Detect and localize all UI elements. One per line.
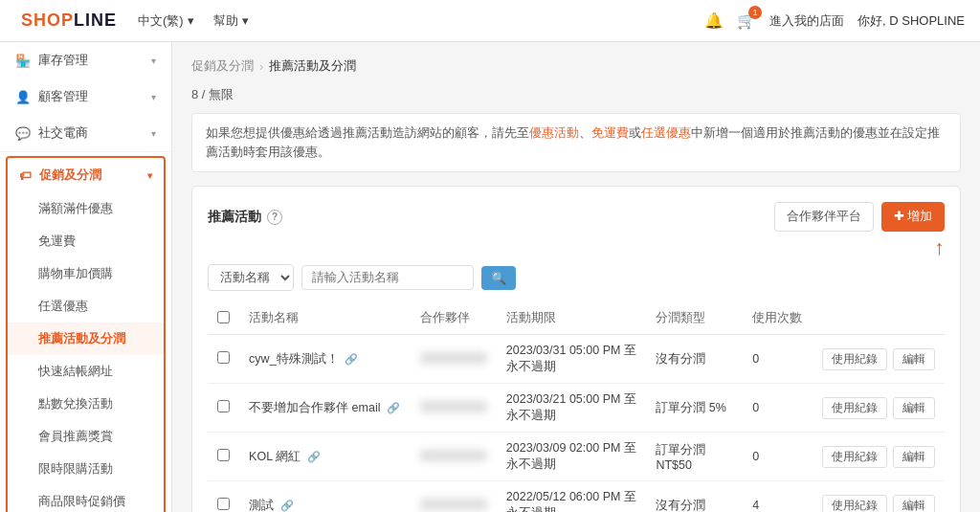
col-partner: 合作夥伴	[411, 302, 497, 335]
sidebar: 🏪 庫存管理 ▾ 👤 顧客管理 ▾ 💬 社交電商 ▾ 🏷 促銷及分潤 ▾	[0, 42, 172, 512]
col-period: 活動期限	[497, 302, 647, 335]
sidebar-item-full-discount[interactable]: 滿額滿件優惠	[8, 192, 164, 225]
table-wrap: 活動名稱 合作夥伴 活動期限 分潤類型 使用次數 cyw_特殊測試！ 🔗	[208, 302, 945, 512]
cell-partner-3	[411, 481, 497, 513]
table-row: 測試 🔗 2022/05/12 06:00 PM 至永不過期 沒有分潤 4 使用…	[208, 481, 945, 513]
row-checkbox-0[interactable]	[217, 351, 230, 364]
sidebar-item-limited-time[interactable]: 限時限購活動	[8, 453, 164, 485]
partner-platform-button[interactable]: 合作夥伴平台	[774, 202, 874, 232]
search-button[interactable]: 🔍	[481, 266, 516, 290]
usage-record-btn-3[interactable]: 使用紀錄	[822, 495, 887, 513]
inventory-icon: 🏪	[15, 54, 31, 68]
table-row: cyw_特殊測試！ 🔗 2023/03/31 05:00 PM 至永不過期 沒有…	[208, 335, 945, 384]
breadcrumb-parent[interactable]: 促銷及分潤	[191, 57, 254, 75]
notice-link-shipping[interactable]: 免運費	[591, 126, 629, 140]
cell-name-1: 不要增加合作夥伴 email 🔗	[239, 384, 410, 433]
cell-period-2: 2023/03/09 02:00 PM 至永不過期	[497, 433, 647, 481]
cell-partner-0	[411, 335, 497, 384]
sidebar-item-cart-upsell[interactable]: 購物車加價購	[8, 257, 164, 290]
cell-type-2: 訂單分潤NT$50	[646, 433, 743, 481]
sidebar-promotions-group: 🏷 促銷及分潤 ▾ 滿額滿件優惠 免運費 購物車加價購 任選優惠 推薦活動及分潤…	[6, 156, 166, 512]
cell-partner-2	[411, 433, 497, 481]
sidebar-item-any-discount[interactable]: 任選優惠	[8, 290, 164, 323]
notice-box: 如果您想提供優惠給透過推薦活動造訪網站的顧客，請先至優惠活動、免運費或任選優惠中…	[191, 113, 961, 172]
sidebar-promotions-header[interactable]: 🏷 促銷及分潤 ▾	[8, 158, 164, 192]
select-all-checkbox[interactable]	[217, 311, 230, 323]
sidebar-item-customers[interactable]: 👤 顧客管理 ▾	[0, 78, 171, 115]
cell-type-3: 沒有分潤	[646, 481, 743, 513]
help-menu[interactable]: 幫助 ▾	[213, 12, 249, 30]
topbar-nav: 中文(繁) ▾ 幫助 ▾	[138, 12, 249, 30]
card-actions: 合作夥伴平台 ✚ 增加	[774, 202, 945, 232]
row-checkbox-3[interactable]	[217, 498, 230, 510]
notice-link-any[interactable]: 任選優惠	[641, 126, 691, 140]
add-button[interactable]: ✚ 增加	[881, 202, 945, 232]
search-input[interactable]	[301, 265, 474, 290]
card-title: 推薦活動 ?	[208, 209, 282, 226]
sidebar-item-inventory[interactable]: 🏪 庫存管理 ▾	[0, 42, 171, 78]
help-icon[interactable]: ?	[267, 210, 282, 225]
cell-uses-3: 4	[743, 481, 812, 513]
content-area: 促銷及分潤 › 推薦活動及分潤 8 / 無限 如果您想提供優惠給透過推薦活動造訪…	[172, 42, 980, 512]
plus-icon: ✚	[894, 210, 907, 223]
notice-link-coupon[interactable]: 優惠活動	[529, 126, 579, 140]
cart-button[interactable]: 🛒 1	[737, 11, 756, 30]
usage-record-btn-2[interactable]: 使用紀錄	[822, 446, 887, 468]
sidebar-item-social[interactable]: 💬 社交電商 ▾	[0, 115, 171, 151]
chevron-down-icon: ▾	[242, 13, 249, 28]
usage-record-btn-1[interactable]: 使用紀錄	[822, 397, 887, 419]
cell-name-0: cyw_特殊測試！ 🔗	[239, 335, 410, 384]
edit-btn-1[interactable]: 編輯	[893, 397, 935, 419]
main-layout: 🏪 庫存管理 ▾ 👤 顧客管理 ▾ 💬 社交電商 ▾ 🏷 促銷及分潤 ▾	[0, 42, 980, 512]
bell-button[interactable]: 🔔	[704, 11, 724, 30]
tag-icon-0: 🔗	[345, 353, 358, 365]
filter-field-select[interactable]: 活動名稱	[208, 264, 294, 291]
usage-record-btn-0[interactable]: 使用紀錄	[822, 348, 887, 370]
topbar-left: SHOPLINE 中文(繁) ▾ 幫助 ▾	[15, 9, 249, 33]
sidebar-item-flash-sale[interactable]: 商品限時促銷價	[8, 485, 164, 512]
sidebar-item-checkout-url[interactable]: 快速結帳網址	[8, 355, 164, 388]
sidebar-section-inventory: 🏪 庫存管理 ▾ 👤 顧客管理 ▾ 💬 社交電商 ▾	[0, 42, 171, 152]
chevron-icon: ▾	[151, 56, 156, 66]
content-inner: 促銷及分潤 › 推薦活動及分潤 8 / 無限 如果您想提供優惠給透過推薦活動造訪…	[172, 42, 980, 512]
cell-type-0: 沒有分潤	[646, 335, 743, 384]
sidebar-item-member-reward[interactable]: 會員推薦獎賞	[8, 420, 164, 453]
chevron-icon: ▾	[147, 170, 152, 181]
sidebar-promotions-sub: 滿額滿件優惠 免運費 購物車加價購 任選優惠 推薦活動及分潤 快速結帳網址 點數…	[8, 192, 164, 512]
sidebar-item-free-shipping[interactable]: 免運費	[8, 225, 164, 257]
customers-icon: 👤	[15, 90, 31, 104]
cell-period-3: 2022/05/12 06:00 PM 至永不過期	[497, 481, 647, 513]
cart-badge: 1	[748, 6, 762, 19]
edit-btn-2[interactable]: 編輯	[893, 446, 935, 468]
edit-btn-0[interactable]: 編輯	[893, 348, 935, 370]
cell-actions-3: 使用紀錄 編輯	[812, 481, 945, 513]
col-type: 分潤類型	[646, 302, 743, 335]
enter-store-link[interactable]: 進入我的店面	[769, 12, 844, 30]
sidebar-item-points[interactable]: 點數兌換活動	[8, 388, 164, 420]
tag-icon-3: 🔗	[280, 500, 294, 511]
breadcrumb-separator: ›	[259, 59, 263, 74]
row-checkbox-1[interactable]	[217, 400, 230, 412]
col-name: 活動名稱	[239, 302, 410, 335]
cell-partner-1	[411, 384, 497, 433]
referral-table: 活動名稱 合作夥伴 活動期限 分潤類型 使用次數 cyw_特殊測試！ 🔗	[208, 302, 945, 512]
cell-actions-2: 使用紀錄 編輯	[812, 433, 945, 481]
cell-uses-0: 0	[743, 335, 812, 384]
promotions-icon: 🏷	[19, 168, 32, 183]
count-bar: 8 / 無限	[191, 86, 961, 103]
breadcrumb-current: 推薦活動及分潤	[269, 57, 356, 75]
cell-period-0: 2023/03/31 05:00 PM 至永不過期	[497, 335, 647, 384]
table-row: KOL 網紅 🔗 2023/03/09 02:00 PM 至永不過期 訂單分潤N…	[208, 433, 945, 481]
lang-switcher[interactable]: 中文(繁) ▾	[138, 12, 194, 30]
topbar-right: 🔔 🛒 1 進入我的店面 你好, D SHOPLINE	[704, 11, 965, 30]
cell-uses-2: 0	[743, 433, 812, 481]
row-checkbox-2[interactable]	[217, 449, 230, 461]
edit-btn-3[interactable]: 編輯	[893, 495, 935, 513]
sidebar-item-referral[interactable]: 推薦活動及分潤	[8, 323, 164, 355]
filter-row: 活動名稱 🔍	[208, 264, 945, 291]
user-greeting: 你好, D SHOPLINE	[858, 12, 965, 30]
arrow-indicator: ↑	[934, 235, 945, 260]
cell-name-3: 測試 🔗	[239, 481, 410, 513]
cell-uses-1: 0	[743, 384, 812, 433]
cell-actions-1: 使用紀錄 編輯	[812, 384, 945, 433]
